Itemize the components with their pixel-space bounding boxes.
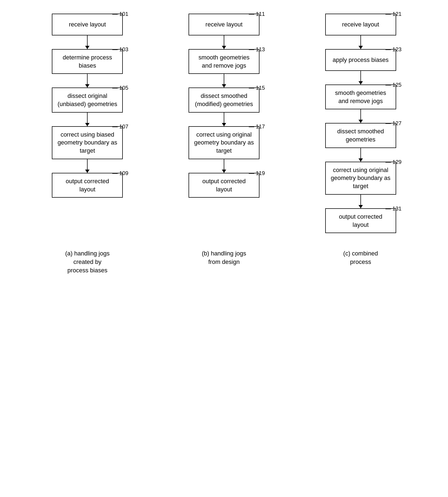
step-box-107: correct using biased geometry boundary a… bbox=[52, 126, 123, 159]
step-label-103: — 103 bbox=[112, 46, 128, 53]
arrow-123 bbox=[360, 71, 361, 85]
caption-col-a: (a) handling jogs created by process bia… bbox=[44, 249, 131, 275]
arrow-103 bbox=[87, 74, 88, 88]
arrow-117 bbox=[224, 159, 224, 173]
step-box-127: dissect smoothed geometries bbox=[325, 123, 396, 148]
arrow-113 bbox=[224, 74, 224, 88]
caption-col-c: (c) combined process bbox=[317, 249, 404, 275]
step-wrapper-105: dissect original (unbiased) geometries— … bbox=[46, 88, 128, 112]
step-wrapper-127: dissect smoothed geometries— 127 bbox=[320, 123, 402, 148]
step-label-111: — 111 bbox=[249, 11, 265, 17]
step-box-113: smooth geometries and remove jogs bbox=[189, 49, 259, 74]
step-box-117: correct using original geometry boundary… bbox=[189, 126, 259, 159]
step-label-121: — 121 bbox=[386, 11, 402, 17]
step-wrapper-113: smooth geometries and remove jogs— 113 bbox=[183, 49, 265, 74]
step-box-105: dissect original (unbiased) geometries bbox=[52, 88, 123, 112]
arrow-121 bbox=[360, 35, 361, 49]
step-box-129: correct using original geometry boundary… bbox=[325, 162, 396, 195]
step-wrapper-119: output corrected layout— 119 bbox=[183, 173, 265, 198]
step-wrapper-121: receive layout— 121 bbox=[320, 14, 402, 35]
caption-col-b: (b) handling jogs from design bbox=[180, 249, 268, 275]
arrow-125 bbox=[360, 109, 361, 123]
diagram-container: receive layout— 101determine process bia… bbox=[8, 8, 440, 239]
step-wrapper-111: receive layout— 111 bbox=[183, 14, 265, 35]
step-box-115: dissect smoothed (modified) geometries bbox=[189, 88, 259, 112]
step-label-127: — 127 bbox=[386, 120, 402, 126]
arrow-129 bbox=[360, 195, 361, 208]
step-wrapper-125: smooth geometries and remove jogs— 125 bbox=[320, 85, 402, 109]
step-box-103: determine process biases bbox=[52, 49, 123, 74]
step-label-109: — 109 bbox=[112, 170, 128, 176]
step-wrapper-107: correct using biased geometry boundary a… bbox=[46, 126, 128, 159]
step-label-129: — 129 bbox=[386, 159, 402, 165]
step-box-109: output corrected layout bbox=[52, 173, 123, 198]
caption-area: (a) handling jogs created by process bia… bbox=[8, 239, 440, 280]
step-wrapper-109: output corrected layout— 109 bbox=[46, 173, 128, 198]
step-wrapper-103: determine process biases— 103 bbox=[46, 49, 128, 74]
step-label-119: — 119 bbox=[249, 170, 265, 176]
step-wrapper-117: correct using original geometry boundary… bbox=[183, 126, 265, 159]
step-label-101: — 101 bbox=[112, 11, 128, 17]
step-label-105: — 105 bbox=[112, 85, 128, 91]
step-label-131: — 131 bbox=[386, 206, 402, 212]
step-label-113: — 113 bbox=[249, 46, 265, 53]
step-box-119: output corrected layout bbox=[189, 173, 259, 198]
step-label-117: — 117 bbox=[249, 124, 265, 130]
col-b: receive layout— 111smooth geometries and… bbox=[180, 14, 268, 198]
step-wrapper-115: dissect smoothed (modified) geometries— … bbox=[183, 88, 265, 112]
step-label-125: — 125 bbox=[386, 82, 402, 88]
step-wrapper-131: output corrected layout— 131 bbox=[320, 208, 402, 233]
step-wrapper-101: receive layout— 101 bbox=[46, 14, 128, 35]
arrow-111 bbox=[224, 35, 224, 49]
col-c: receive layout— 121apply process biases—… bbox=[317, 14, 404, 233]
arrow-115 bbox=[224, 113, 224, 126]
step-box-131: output corrected layout bbox=[325, 208, 396, 233]
col-a: receive layout— 101determine process bia… bbox=[44, 14, 131, 198]
arrow-127 bbox=[360, 148, 361, 162]
arrow-101 bbox=[87, 35, 88, 49]
step-label-107: — 107 bbox=[112, 124, 128, 130]
step-label-123: — 123 bbox=[386, 46, 402, 53]
arrow-105 bbox=[87, 113, 88, 126]
step-wrapper-129: correct using original geometry boundary… bbox=[320, 162, 402, 195]
step-wrapper-123: apply process biases— 123 bbox=[320, 49, 402, 71]
step-label-115: — 115 bbox=[249, 85, 265, 91]
arrow-107 bbox=[87, 159, 88, 173]
step-box-125: smooth geometries and remove jogs bbox=[325, 85, 396, 109]
